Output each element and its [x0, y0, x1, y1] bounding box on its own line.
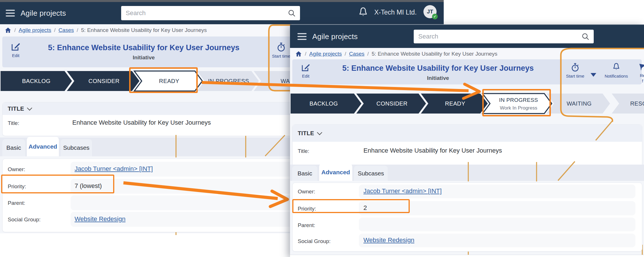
- comparison-screenshot: Agile projects X-Tech MI Ltd. JT ✓ / Agi…: [0, 0, 644, 257]
- arrow-ready-to-in-progress: [0, 0, 644, 257]
